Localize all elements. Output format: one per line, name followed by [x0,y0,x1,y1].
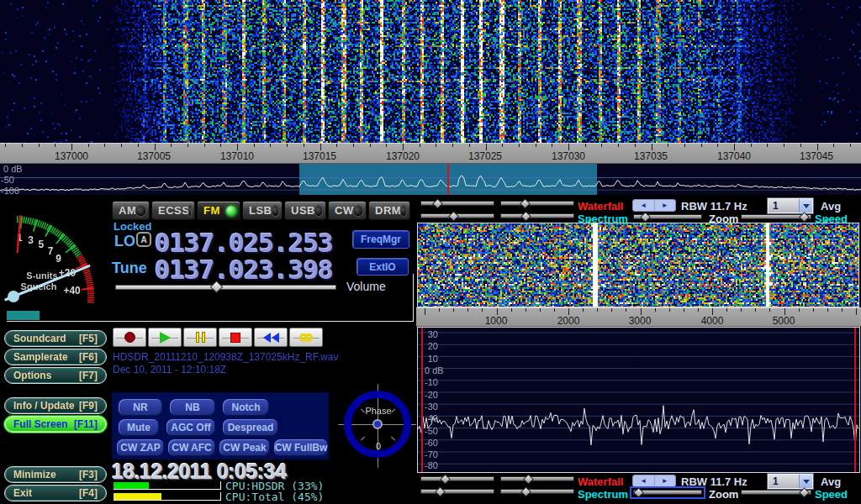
cw-peak-button[interactable]: CW Peak [219,439,270,456]
af-spectrum-display[interactable]: 30 20 10 0 dB -10 -20 -30 -40 -50 -60 -7… [417,327,860,473]
nr-button[interactable]: NR [119,399,162,416]
zoom-label-2: Zoom [709,488,738,501]
avg-dropdown-button[interactable] [799,199,812,213]
rbw-value-label: RBW 11.7 Hz [681,200,747,213]
speed-slider-2[interactable] [741,488,811,497]
lo-label: LO [114,233,135,250]
samplerate-button[interactable]: Samplerate[F6] [4,349,107,365]
mode-cw-button[interactable]: CW [328,201,367,220]
main-spectrum-display[interactable]: 0 dB -50 -100 [0,164,861,195]
tune-label: Tune [112,260,147,277]
button-hotkey: [F5] [79,333,98,344]
main-waterfall-display[interactable] [0,0,861,143]
minimize-button[interactable]: Minimize[F3] [4,466,107,483]
led-indicator-icon [272,206,279,216]
rbw-increase-arrow-icon[interactable]: ► [655,200,676,211]
af-db-label: -10 [418,377,438,387]
mode-drm-button[interactable]: DRM [368,201,410,220]
button-label: Full Screen [13,418,68,430]
rbw-decrease-arrow-icon[interactable]: ◄ [633,475,655,486]
rewind-button[interactable] [254,328,288,347]
recording-date: Dec 10, 2011 - 12:10:18Z [113,364,226,375]
fullscreen-button[interactable]: Full Screen[F11] [4,416,107,433]
phase-indicator[interactable]: Phase 0 [341,384,416,473]
pause-button[interactable] [183,328,217,347]
af-waterfall-display[interactable] [417,223,859,307]
mode-label: USB [291,204,315,217]
avg-select[interactable]: 1 [768,198,813,213]
options-button[interactable]: Options[F7] [4,367,107,384]
rbw-increase-arrow-icon[interactable]: ► [655,475,676,486]
mode-ecss-button[interactable]: ECSS [151,201,195,220]
speed-slider[interactable] [741,213,811,222]
playback-controls [113,328,323,347]
cw-fullbw-button[interactable]: CW FullBw [274,439,328,456]
spectrum-gain-slider[interactable] [420,212,494,221]
rbw-decrease-arrow-icon[interactable]: ◄ [633,200,655,211]
waterfall-gain-slider[interactable] [420,199,494,208]
button-hotkey: [F4] [79,487,98,499]
cpu-total-bar [114,493,161,500]
mode-am-button[interactable]: AM [112,201,150,220]
spectrum-tab-2[interactable]: Spectrum [578,488,628,501]
notch-button[interactable]: Notch [223,399,269,416]
freq-label: 137045 [788,150,845,162]
avg-select-2[interactable]: 1 [768,474,813,489]
lo-auto-button[interactable]: A [136,232,151,247]
loop-button[interactable] [289,328,323,347]
mode-lsb-button[interactable]: LSB [242,201,283,220]
mode-label: CW [335,204,354,217]
freqmgr-button[interactable]: FreqMgr [352,230,409,249]
af-db-label: -30 [418,402,438,412]
waterfall-gain-slider-2[interactable] [420,475,494,484]
stop-button[interactable] [219,328,252,347]
lo-frequency-display[interactable]: 0137.025.253 [155,228,333,258]
mode-usb-button[interactable]: USB [284,201,326,220]
nb-button[interactable]: NB [170,399,215,416]
agc-off-button[interactable]: AGC Off [166,419,215,436]
extio-button[interactable]: ExtIO [357,258,409,276]
record-button[interactable] [113,328,146,347]
soundcard-button[interactable]: Soundcard[F5] [4,330,107,347]
spectrum-offset-slider[interactable] [500,212,574,221]
avg-dropdown-button[interactable] [799,475,812,488]
waterfall-tab-2[interactable]: Waterfall [578,475,623,488]
play-button[interactable] [148,328,182,347]
squelch-slider[interactable] [7,311,40,320]
avg-selected-value: 1 [769,475,799,487]
button-label: Exit [13,487,32,499]
squelch-slider-track [7,321,414,322]
play-icon [160,332,171,344]
waterfall-offset-slider-2[interactable] [500,475,574,484]
info-update-button[interactable]: Info / Update[F9] [4,397,107,414]
tune-frequency-display[interactable]: 0137.023.398 [155,255,333,285]
phase-label: Phase [341,406,416,416]
exit-button[interactable]: Exit[F4] [4,485,107,501]
avg-label-2: Avg [821,475,841,488]
despread-button[interactable]: Despread [223,419,278,436]
volume-label: Volume [346,280,386,293]
button-hotkey: [F11] [74,418,98,430]
waterfall-tab[interactable]: Waterfall [578,200,623,213]
phase-center-dot [372,419,383,429]
spectrum-gain-slider-2[interactable] [420,487,494,496]
spectrum-offset-slider-2[interactable] [500,487,574,496]
cpu-total-label: CPU:Total (45%) [225,491,324,503]
zoom-slider[interactable] [633,213,702,222]
af-frequency-scale[interactable]: 1000 2000 3000 4000 5000 [416,307,861,327]
rbw-spinner-2[interactable]: ◄► [632,475,676,487]
s-meter[interactable] [0,209,111,327]
mode-fm-button[interactable]: FM [197,201,240,220]
mute-button[interactable]: Mute [119,419,159,436]
cw-afc-button[interactable]: CW AFC [168,439,215,456]
cw-zap-button[interactable]: CW ZAP [117,439,164,456]
waterfall-offset-slider[interactable] [500,199,574,208]
main-frequency-scale[interactable]: 137000 137005 137010 137015 137020 13702… [0,143,861,164]
button-hotkey: [F7] [79,370,98,381]
rbw-spinner[interactable]: ◄► [632,199,676,212]
zoom-slider-2[interactable] [633,488,702,497]
cpu-hdsdr-bar [114,482,149,489]
recording-filename: HDSDR_20111210_120938Z_137025kHz_RF.wav [113,351,338,363]
volume-slider[interactable] [115,285,336,290]
af-db-label: -80 [418,460,438,470]
